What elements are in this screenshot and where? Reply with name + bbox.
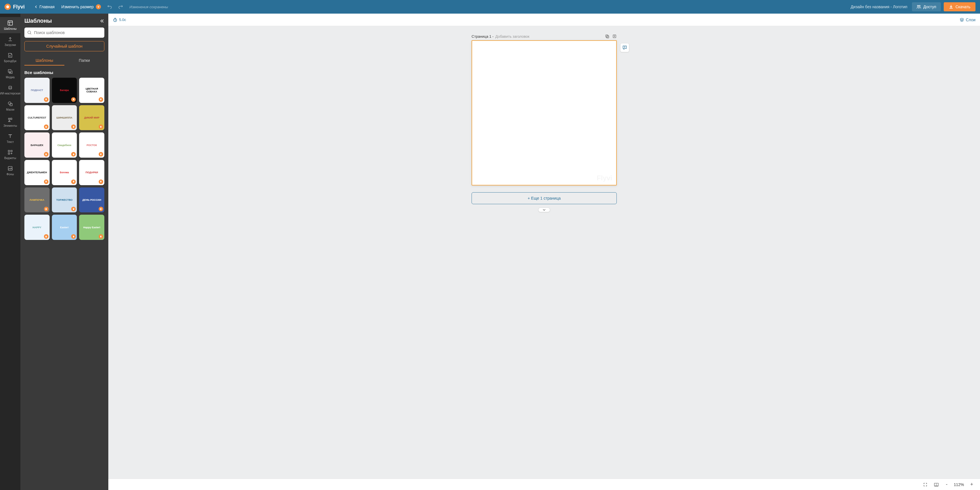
svg-point-6: [8, 102, 11, 105]
crown-icon: ♛: [99, 97, 103, 102]
fullscreen-button[interactable]: [922, 481, 929, 488]
nav-masks[interactable]: Маски: [0, 98, 21, 114]
watermark: Flyvi: [597, 174, 612, 182]
crown-icon: ♛: [96, 4, 101, 10]
nav-elements[interactable]: Элементы: [0, 114, 21, 130]
widgets-icon: [7, 149, 13, 155]
template-card[interactable]: БАРАШЕК♛: [24, 132, 49, 158]
svg-point-1: [919, 5, 920, 6]
animation-timer-button[interactable]: 5.0с: [113, 18, 126, 22]
crown-icon: ♛: [99, 124, 103, 129]
tab-folders[interactable]: Папки: [64, 56, 104, 65]
crown-icon: ♛: [44, 152, 48, 156]
zoom-in-button[interactable]: +: [968, 482, 975, 487]
template-card[interactable]: Богема♛: [52, 160, 77, 185]
pages-icon: [934, 482, 939, 487]
canvas-page[interactable]: Flyvi: [472, 40, 617, 185]
redo-button[interactable]: [116, 3, 125, 11]
template-card[interactable]: ДЖЕНТЕЛЬМЕН♛: [24, 160, 49, 185]
template-card[interactable]: Easter!♛: [52, 215, 77, 240]
saved-status: Изменения сохранены: [129, 5, 168, 9]
svg-rect-11: [11, 150, 12, 152]
nav-templates[interactable]: Шаблоны: [0, 17, 21, 33]
share-label: Доступ: [923, 5, 936, 9]
nav-templates-label: Шаблоны: [4, 27, 16, 30]
nav-backgrounds[interactable]: Фоны: [0, 162, 21, 179]
undo-button[interactable]: [105, 3, 114, 11]
layers-button[interactable]: Слои: [959, 18, 975, 22]
template-card[interactable]: ПОДАРКИ♛: [79, 160, 104, 185]
media-icon: [7, 68, 13, 75]
text-icon: [7, 133, 13, 139]
crown-icon: ♛: [71, 152, 76, 156]
template-card[interactable]: Багира♛: [52, 78, 77, 103]
nav-uploads-label: Загрузки: [5, 43, 16, 46]
home-label: Главная: [40, 5, 54, 9]
template-card[interactable]: ТОРЖЕСТВО♛: [52, 188, 77, 213]
random-template-button[interactable]: Случайный шаблон: [24, 41, 104, 51]
crown-icon: ♛: [71, 124, 76, 129]
template-grid: ПОДКАСТ♛Багира♛ЦВЕТНАЯ СОБАКА♛CULTUREFES…: [24, 78, 104, 240]
search-input-wrap[interactable]: [24, 27, 104, 38]
share-button[interactable]: Доступ: [912, 2, 941, 11]
nav-media[interactable]: Медиа: [0, 65, 21, 82]
nav-uploads[interactable]: Загрузки: [0, 33, 21, 49]
bottom-bar: - 112% +: [108, 479, 980, 490]
crown-icon: ♛: [44, 234, 48, 239]
crown-icon: ♛: [44, 207, 48, 211]
template-card[interactable]: ШИНШИЛЛА♛: [52, 105, 77, 130]
stopwatch-icon: [113, 18, 118, 22]
template-card-label: ПОДАРКИ: [86, 171, 98, 174]
download-button[interactable]: Скачать: [944, 2, 976, 11]
crown-icon: ♛: [44, 124, 48, 129]
zoom-out-button[interactable]: -: [944, 482, 949, 487]
collapse-panel-button[interactable]: [100, 19, 104, 23]
nav-elements-label: Элементы: [3, 124, 17, 127]
design-name[interactable]: Дизайн без названия - Логотип: [851, 5, 907, 9]
nav-brandbook[interactable]: Брендбук: [0, 49, 21, 65]
tab-templates[interactable]: Шаблоны: [24, 56, 64, 65]
template-card-label: Свадебное: [57, 144, 71, 146]
template-card[interactable]: Свадебное♛: [52, 132, 77, 158]
template-card[interactable]: HAPPY♛: [24, 215, 49, 240]
template-card-label: ТОРЖЕСТВО: [56, 199, 72, 201]
nav-text[interactable]: Текст: [0, 130, 21, 146]
template-card[interactable]: CULTUREFEST♛: [24, 105, 49, 130]
logo[interactable]: Flyvi: [5, 4, 25, 10]
duplicate-page-icon[interactable]: [605, 34, 609, 38]
add-page-button[interactable]: + Еще 1 страница: [472, 192, 617, 204]
nav-widgets-label: Виджеты: [4, 156, 16, 160]
template-card[interactable]: РОСТОК♛: [79, 132, 104, 158]
template-card[interactable]: ЛАМПОЧКА♛: [24, 188, 49, 213]
template-card[interactable]: ДЕНЬ РОССИИ♛: [79, 188, 104, 213]
expand-pages-button[interactable]: [538, 208, 550, 212]
nav-ai-label: ИИ-мастерская: [0, 92, 20, 95]
chevron-left-icon: [35, 5, 38, 8]
export-page-icon[interactable]: [612, 34, 617, 38]
svg-rect-2: [8, 21, 13, 25]
template-card[interactable]: ДИКИЙ МИР♛: [79, 105, 104, 130]
template-card-label: ЦВЕТНАЯ СОБАКА: [80, 88, 103, 93]
nav-widgets[interactable]: Виджеты: [0, 146, 21, 162]
template-card-label: Багира: [60, 89, 68, 92]
page-title-input[interactable]: Добавить заголовок: [495, 34, 603, 38]
resize-button[interactable]: Изменить размер ♛: [58, 3, 104, 11]
zoom-value[interactable]: 112%: [953, 482, 965, 487]
home-button[interactable]: Главная: [32, 3, 58, 11]
comment-plus-icon: [622, 45, 627, 50]
svg-rect-17: [606, 36, 609, 38]
search-input[interactable]: [34, 30, 102, 35]
grid-view-button[interactable]: [933, 481, 940, 488]
svg-text:ИИ: ИИ: [9, 87, 12, 89]
page-header: Страница 1 - Добавить заголовок: [472, 34, 617, 38]
search-icon: [27, 30, 32, 35]
nav-ai[interactable]: ИИ ИИ-мастерская: [0, 82, 21, 98]
template-card[interactable]: ЦВЕТНАЯ СОБАКА♛: [79, 78, 104, 103]
template-card-label: CULTUREFEST: [28, 116, 46, 119]
download-label: Скачать: [956, 5, 970, 9]
template-card[interactable]: Happy Easter!♛: [79, 215, 104, 240]
nav-media-label: Медиа: [6, 76, 15, 79]
add-comment-button[interactable]: [620, 43, 629, 52]
template-card[interactable]: ПОДКАСТ♛: [24, 78, 49, 103]
ai-icon: ИИ: [7, 84, 13, 91]
